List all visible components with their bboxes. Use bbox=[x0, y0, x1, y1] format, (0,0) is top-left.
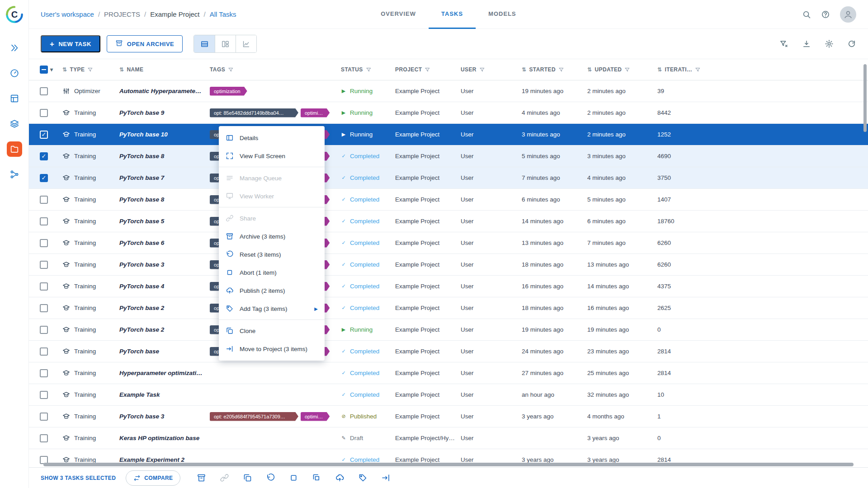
sort-icon[interactable]: ⇅ bbox=[587, 66, 592, 73]
breadcrumb-item[interactable]: User's workspace bbox=[41, 10, 94, 18]
table-row[interactable]: TrainingPyTorch base 3opt: …optimi…✓Comp… bbox=[29, 254, 868, 276]
column-filter-icon[interactable] bbox=[425, 67, 430, 73]
row-checkbox[interactable] bbox=[40, 369, 48, 377]
table-row[interactable]: ✓TrainingPyTorch base 7opt: …optimi…✓Com… bbox=[29, 167, 868, 189]
row-checkbox[interactable] bbox=[40, 217, 48, 225]
row-checkbox[interactable] bbox=[40, 282, 48, 291]
table-row[interactable]: TrainingHyperparameter optimizati…✓Compl… bbox=[29, 362, 868, 384]
clone-action-icon[interactable] bbox=[243, 473, 252, 483]
column-header-type[interactable]: ⇅TYPE bbox=[58, 66, 115, 73]
menu-item-fullscreen[interactable]: View Full Screen bbox=[219, 147, 325, 165]
menu-item-publish[interactable]: Publish (2 items) bbox=[219, 282, 325, 300]
column-header-project[interactable]: PROJECT bbox=[391, 66, 456, 73]
column-header-started[interactable]: ⇅STARTED bbox=[517, 66, 583, 73]
filter-icon[interactable] bbox=[779, 39, 788, 48]
sidebar-item-dashboard[interactable] bbox=[5, 63, 24, 83]
menu-item-details[interactable]: Details bbox=[219, 129, 325, 147]
row-checkbox[interactable] bbox=[40, 434, 48, 442]
row-checkbox[interactable] bbox=[40, 87, 48, 95]
sidebar-item-pipelines[interactable] bbox=[5, 164, 24, 184]
row-checkbox[interactable] bbox=[40, 261, 48, 269]
sidebar-item-expand[interactable] bbox=[5, 38, 24, 58]
row-checkbox[interactable] bbox=[40, 326, 48, 334]
table-row[interactable]: TrainingPyTorch base 3opt: e205d684f7954… bbox=[29, 406, 868, 427]
new-task-button[interactable]: + NEW TASK bbox=[41, 35, 100, 52]
row-checkbox[interactable] bbox=[40, 391, 48, 399]
table-row[interactable]: TrainingPyTorch base 6opt: …optimi…✓Comp… bbox=[29, 232, 868, 254]
column-filter-icon[interactable] bbox=[624, 67, 630, 73]
view-table-button[interactable] bbox=[194, 35, 215, 52]
column-filter-icon[interactable] bbox=[87, 67, 93, 73]
row-checkbox[interactable]: ✓ bbox=[40, 174, 48, 182]
table-row[interactable]: OptimizerAutomatic Hyperparamete…optimiz… bbox=[29, 80, 868, 102]
move-action-icon[interactable] bbox=[381, 473, 391, 483]
menu-item-tag[interactable]: Add Tag (3 items)▶ bbox=[219, 300, 325, 318]
view-chart-button[interactable] bbox=[236, 35, 256, 52]
column-filter-icon[interactable] bbox=[366, 67, 372, 73]
open-archive-button[interactable]: OPEN ARCHIVE bbox=[107, 35, 183, 52]
table-row[interactable]: TrainingPyTorch baseopt: …optimi…✓Comple… bbox=[29, 341, 868, 362]
column-header-status[interactable]: STATUS bbox=[336, 66, 391, 73]
clearml-logo[interactable]: C bbox=[0, 0, 29, 29]
menu-item-move[interactable]: Move to Project (3 items) bbox=[219, 340, 325, 358]
auto-refresh-icon[interactable] bbox=[847, 39, 856, 48]
select-menu-caret-icon[interactable]: ▾ bbox=[50, 66, 53, 73]
table-row[interactable]: ✓TrainingPyTorch base 8opt: …optimi…✓Com… bbox=[29, 145, 868, 167]
row-checkbox[interactable] bbox=[40, 413, 48, 421]
table-row[interactable]: TrainingKeras HP optimization base✎Draft… bbox=[29, 427, 868, 449]
view-cards-button[interactable] bbox=[215, 35, 236, 52]
show-selected-link[interactable]: SHOW 3 TASKS SELECTED bbox=[41, 475, 116, 481]
table-row[interactable]: TrainingPyTorch base 8opt: …optimi…✓Comp… bbox=[29, 189, 868, 211]
table-row[interactable]: ✓TrainingPyTorch base 10opt: …optimi…▶Ru… bbox=[29, 124, 868, 145]
column-header-user[interactable]: USER bbox=[456, 66, 517, 73]
row-checkbox[interactable]: ✓ bbox=[40, 131, 48, 139]
download-icon[interactable] bbox=[802, 39, 811, 48]
table-row[interactable]: TrainingPyTorch base 4opt: …optimi…✓Comp… bbox=[29, 276, 868, 297]
row-checkbox[interactable] bbox=[40, 109, 48, 117]
tab-tasks[interactable]: TASKS bbox=[429, 0, 476, 29]
row-checkbox[interactable] bbox=[40, 304, 48, 312]
table-row[interactable]: TrainingPyTorch base 2opt: …optimi…▶Runn… bbox=[29, 319, 868, 341]
table-row[interactable]: TrainingPyTorch base 2opt: …optimi…✓Comp… bbox=[29, 297, 868, 319]
sidebar-item-reports[interactable] bbox=[5, 89, 24, 108]
horizontal-scrollbar[interactable] bbox=[35, 463, 862, 466]
tab-overview[interactable]: OVERVIEW bbox=[368, 0, 429, 29]
sidebar-item-projects[interactable] bbox=[5, 139, 24, 159]
sort-icon[interactable]: ⇅ bbox=[657, 66, 662, 73]
archive-action-icon[interactable] bbox=[197, 473, 206, 483]
column-header-tags[interactable]: TAGS bbox=[205, 66, 336, 73]
column-filter-icon[interactable] bbox=[228, 67, 234, 73]
table-row[interactable]: TrainingPyTorch base 9opt: 85e5482ddd714… bbox=[29, 102, 868, 124]
tag-action-icon[interactable] bbox=[358, 473, 368, 483]
menu-item-reset[interactable]: Reset (3 items) bbox=[219, 245, 325, 263]
help-icon[interactable] bbox=[821, 10, 830, 19]
settings-icon[interactable] bbox=[825, 39, 834, 48]
sort-icon[interactable]: ⇅ bbox=[62, 66, 67, 73]
search-icon[interactable] bbox=[802, 10, 811, 19]
row-checkbox[interactable] bbox=[40, 196, 48, 204]
sort-icon[interactable]: ⇅ bbox=[119, 66, 124, 73]
column-filter-icon[interactable] bbox=[695, 67, 701, 73]
tab-models[interactable]: MODELS bbox=[476, 0, 529, 29]
row-checkbox[interactable] bbox=[40, 347, 48, 356]
column-filter-icon[interactable] bbox=[479, 67, 485, 73]
reset-action-icon[interactable] bbox=[266, 473, 275, 483]
column-header-name[interactable]: ⇅NAME bbox=[115, 66, 205, 73]
column-filter-icon[interactable] bbox=[558, 67, 564, 73]
menu-item-archive[interactable]: Archive (3 items) bbox=[219, 227, 325, 245]
row-checkbox[interactable]: ✓ bbox=[40, 152, 48, 160]
publish-action-icon[interactable] bbox=[335, 473, 344, 483]
row-checkbox[interactable] bbox=[40, 239, 48, 247]
vertical-scroll-thumb[interactable] bbox=[863, 64, 867, 132]
column-header-iterati[interactable]: ⇅ITERATI… bbox=[653, 66, 723, 73]
menu-item-abort[interactable]: Abort (1 item) bbox=[219, 263, 325, 282]
user-avatar[interactable] bbox=[840, 6, 856, 23]
sidebar-item-datasets[interactable] bbox=[5, 114, 24, 134]
abort-action-icon[interactable] bbox=[289, 473, 298, 483]
horizontal-scroll-thumb[interactable] bbox=[43, 463, 853, 466]
column-header-updated[interactable]: ⇅UPDATED bbox=[583, 66, 653, 73]
select-all-checkbox[interactable] bbox=[40, 66, 48, 74]
compare-button[interactable]: COMPARE bbox=[126, 470, 180, 486]
table-row[interactable]: TrainingExample Task✓CompletedExample Pr… bbox=[29, 384, 868, 406]
sort-icon[interactable]: ⇅ bbox=[522, 66, 526, 73]
